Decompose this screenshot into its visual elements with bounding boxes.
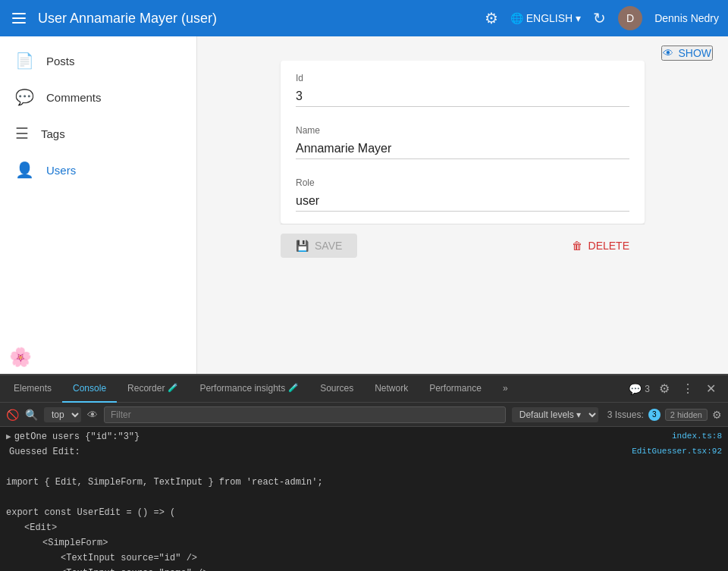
settings-icon[interactable]: ⚙ — [485, 9, 498, 27]
name-field: Name — [296, 125, 629, 159]
console-line-4 — [0, 491, 728, 506]
console-line-3: import { Edit, SimpleForm, TextInput } f… — [0, 475, 728, 491]
content-area: 👁 SHOW Id Name — [197, 36, 728, 374]
top-header: User Annamarie Mayer (user) ⚙ 🌐 ENGLISH … — [0, 0, 728, 36]
tab-elements[interactable]: Elements — [3, 375, 62, 403]
console-link-0[interactable]: index.ts:8 — [672, 431, 722, 441]
console-line-8: <TextInput source="id" /> — [0, 551, 728, 566]
hidden-button[interactable]: 2 hidden — [665, 409, 708, 421]
role-input[interactable] — [296, 191, 629, 212]
hamburger-menu[interactable] — [9, 10, 29, 27]
content-header: 👁 SHOW — [197, 36, 728, 61]
page-title: User Annamarie Mayer (user) — [38, 11, 475, 27]
tab-network[interactable]: Network — [364, 375, 419, 403]
ban-icon[interactable]: 🚫 — [6, 409, 19, 421]
console-line-6: <Edit> — [0, 521, 728, 536]
console-link-1[interactable]: EditGuesser.tsx:92 — [632, 447, 722, 456]
perf-insights-icon: 🧪 — [288, 383, 299, 393]
bubble-icon: 💬 — [629, 383, 642, 395]
console-line-1: Guessed Edit: EditGuesser.tsx:92 — [0, 445, 728, 460]
filter-input[interactable] — [104, 406, 506, 423]
tab-more[interactable]: » — [492, 375, 519, 403]
more-options-icon[interactable]: ⋮ — [679, 378, 697, 399]
id-input[interactable] — [296, 86, 629, 107]
delete-icon: 🗑 — [572, 240, 582, 252]
delete-button[interactable]: 🗑 DELETE — [557, 234, 645, 258]
sidebar-item-users[interactable]: 👤 Users — [0, 152, 196, 188]
role-field: Role — [296, 177, 629, 212]
translate-icon: 🌐 — [510, 12, 523, 24]
devtools-tabs: Elements Console Recorder 🧪 Performance … — [0, 375, 728, 403]
issues-info: 3 Issues: 3 2 hidden ⚙ — [607, 409, 722, 421]
filter-icon[interactable]: 🔍 — [25, 409, 38, 421]
action-bar: 💾 SAVE 🗑 DELETE — [281, 224, 645, 267]
name-label: Name — [296, 125, 629, 136]
posts-icon: 📄 — [15, 52, 34, 70]
chevron-down-icon: ▾ — [576, 12, 581, 24]
sidebar-item-comments[interactable]: 💬 Comments — [0, 79, 196, 115]
tab-console[interactable]: Console — [62, 375, 117, 403]
devtools-console: ▶ getOne users {"id":"3"} index.ts:8 Gue… — [0, 427, 728, 571]
comments-icon: 💬 — [15, 88, 34, 106]
tab-sources[interactable]: Sources — [309, 375, 364, 403]
devtools-panel: Elements Console Recorder 🧪 Performance … — [0, 374, 728, 571]
tab-recorder[interactable]: Recorder 🧪 — [117, 375, 189, 403]
issues-count-badge: 3 — [648, 409, 661, 421]
console-line-7: <SimpleForm> — [0, 536, 728, 551]
save-icon: 💾 — [296, 240, 309, 252]
eye-icon: 👁 — [663, 47, 673, 59]
sidebar-item-tags[interactable]: ☰ Tags — [0, 115, 196, 152]
devtools-toolbar: 🚫 🔍 top 👁 Default levels ▾ 3 Issues: 3 2… — [0, 403, 728, 427]
id-label: Id — [296, 73, 629, 83]
avatar: D — [618, 6, 642, 30]
context-select[interactable]: top — [44, 407, 81, 422]
sidebar: 📄 Posts 💬 Comments ☰ Tags 👤 Users — [0, 36, 197, 374]
console-line-0: ▶ getOne users {"id":"3"} index.ts:8 — [0, 430, 728, 445]
console-line-9: <TextInput source="name" /> — [0, 566, 728, 571]
refresh-icon[interactable]: ↻ — [593, 9, 606, 27]
settings-devtools-icon[interactable]: ⚙ — [656, 378, 673, 399]
close-devtools-icon[interactable]: ✕ — [703, 378, 719, 399]
eye-toolbar-icon[interactable]: 👁 — [87, 409, 98, 421]
levels-select[interactable]: Default levels ▾ — [512, 407, 598, 422]
console-line-2 — [0, 460, 728, 475]
settings-filter-icon[interactable]: ⚙ — [712, 409, 722, 421]
show-button[interactable]: 👁 SHOW — [661, 45, 713, 61]
issues-badge[interactable]: 💬 3 — [629, 383, 650, 395]
devtools-tab-actions: 💬 3 ⚙ ⋮ ✕ — [629, 378, 725, 399]
main-layout: 📄 Posts 💬 Comments ☰ Tags 👤 Users 👁 SHOW — [0, 36, 728, 374]
sidebar-item-posts[interactable]: 📄 Posts — [0, 42, 196, 79]
role-label: Role — [296, 177, 629, 188]
tags-icon: ☰ — [15, 124, 29, 143]
react-admin-logo: 🌸 — [9, 347, 32, 368]
header-actions: ⚙ 🌐 ENGLISH ▾ ↻ D Dennis Nedry — [485, 6, 719, 30]
console-line-5: export const UserEdit = () => ( — [0, 506, 728, 521]
save-button[interactable]: 💾 SAVE — [281, 234, 357, 258]
name-input[interactable] — [296, 139, 629, 159]
tab-performance[interactable]: Performance — [419, 375, 492, 403]
recorder-icon: 🧪 — [168, 383, 178, 393]
id-field: Id — [296, 73, 629, 107]
language-selector[interactable]: 🌐 ENGLISH ▾ — [510, 12, 581, 24]
user-name: Dennis Nedry — [654, 12, 719, 24]
users-icon: 👤 — [15, 161, 34, 179]
tab-perf-insights[interactable]: Performance insights 🧪 — [189, 375, 309, 403]
